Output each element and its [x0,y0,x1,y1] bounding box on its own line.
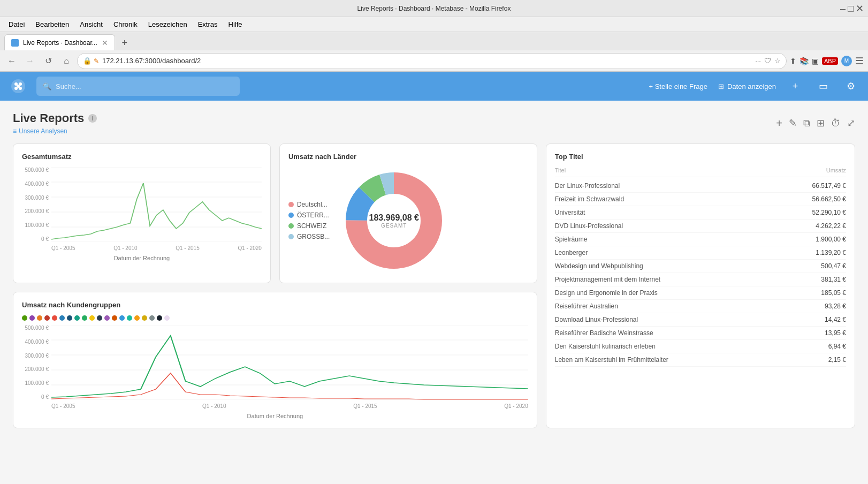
home-button[interactable]: ⌂ [59,54,74,69]
table-row: Freizeit im Schwarzwald 56.662,50 € [555,193,846,206]
dot-3 [37,315,42,321]
tab-title: Live Reports · Dashboar... [23,39,97,47]
menu-lesezeichen[interactable]: Lesezeichen [144,19,192,29]
ask-question-btn[interactable]: + Stelle eine Frage [649,82,707,90]
menu-chronik[interactable]: Chronik [109,19,142,29]
tab-close-icon[interactable]: ✕ [102,39,108,47]
edit-url-icon: ✎ [94,57,99,65]
window-controls[interactable]: – □ ✕ [840,0,864,17]
toolbar-library-icon[interactable]: 📚 [800,57,809,65]
menu-hilfe[interactable]: Hilfe [224,19,247,29]
browser-titlebar: Live Reports · Dashboard · Metabase - Mo… [0,0,868,17]
table-row: Download Linux-Professional 14,42 € [555,313,846,327]
table-row: Der Linux-Professional 66.517,49 € [555,179,846,193]
active-tab[interactable]: Live Reports · Dashboar... ✕ [4,34,115,50]
tab-favicon [11,39,19,47]
dot-10 [89,315,95,321]
info-icon[interactable]: i [88,114,97,123]
browser-menubar: Datei Bearbeiten Ansicht Chronik Lesezei… [0,17,868,32]
donut-chart: 183.969,08 € GESAMT [340,167,447,274]
metabase-header: 🔍 Suche... + Stelle eine Frage ⊞ Daten a… [0,72,868,101]
dot-14 [119,315,125,321]
schedule-btn[interactable]: ⏱ [831,118,841,129]
add-btn[interactable]: + [787,78,804,95]
gesamtumsatz-title: Gesamtumsatz [22,153,262,161]
dot-20 [164,315,170,321]
legend-item-2: SCHWEIZ [288,222,330,230]
grid-icon: ⊞ [718,82,724,90]
breadcrumb-text[interactable]: Unsere Analysen [19,127,67,135]
dot-1 [22,315,27,321]
table-row: Spielräume 1.900,00 € [555,233,846,246]
table-header: Titel Umsatz [555,167,846,177]
browser-toolbar: ← → ↺ ⌂ 🔒 ✎ 172.21.13.67:3000/dashboard/… [0,50,868,72]
legend-item-1: ÖSTERR... [288,211,330,219]
star-icon[interactable]: ☆ [774,57,781,65]
add-card-btn[interactable]: + [776,117,782,130]
more-icon[interactable]: ··· [755,57,761,65]
settings-btn[interactable]: ⚙ [842,78,859,95]
cards-grid: Gesamtumsatz 500.000 € 400.000 € 300.000… [13,143,855,428]
table-row: Reiseführer Australien 93,28 € [555,300,846,313]
kg-x-axis-labels: Q1 - 2005 Q1 - 2010 Q1 - 2015 Q1 - 2020 [51,401,528,411]
legend-dot-grossb [288,234,294,239]
table-row: Universität 52.290,10 € [555,206,846,220]
table-row: Den Kaiserstuhl kulinarisch erleben 6,94… [555,340,846,353]
fullscreen-btn[interactable]: ⤢ [847,117,855,129]
reload-button[interactable]: ↺ [41,54,56,69]
toolbar-menu-icon[interactable]: ☰ [855,55,864,67]
header-search[interactable]: 🔍 Suche... [36,77,240,96]
dot-9 [82,315,87,321]
new-tab-button[interactable]: + [117,35,132,50]
dashboard-header: Live Reports i ≡ Unsere Analysen + ✎ ⧉ ⊞… [13,111,855,135]
toolbar-adblock-icon[interactable]: ABP [822,57,838,65]
dashboard-title-text: Live Reports [13,111,84,125]
search-placeholder: Suche... [56,82,81,90]
dashboard-actions: + ✎ ⧉ ⊞ ⏱ ⤢ [776,117,855,130]
dot-2 [29,315,35,321]
dot-17 [142,315,147,321]
address-bar[interactable]: 🔒 ✎ 172.21.13.67:3000/dashboard/2 ··· 🛡 … [77,53,787,69]
copy-btn[interactable]: ⧉ [803,118,810,129]
gesamtumsatz-chart: 500.000 € 400.000 € 300.000 € 200.000 € … [22,167,262,253]
kg-y-axis-labels: 500.000 € 400.000 € 300.000 € 200.000 € … [22,325,49,400]
toolbar-sidebar-icon[interactable]: ▣ [812,57,819,65]
umsatz-laender-title: Umsatz nach Länder [288,153,528,161]
col-title: Titel [555,167,566,173]
forward-button[interactable]: → [22,54,37,69]
dot-7 [67,315,72,321]
share-btn[interactable]: ⊞ [817,117,825,129]
umsatz-laender-card: Umsatz nach Länder Deutschl... ÖSTERR...… [279,143,537,283]
gesamtumsatz-card: Gesamtumsatz 500.000 € 400.000 € 300.000… [13,143,271,283]
donut-center: 183.969,08 € GESAMT [369,213,419,229]
menu-ansicht[interactable]: Ansicht [75,19,107,29]
show-data-btn[interactable]: ⊞ Daten anzeigen [718,82,776,90]
legend-item-3: GROSSB... [288,233,330,240]
legend-dot-deutschland [288,202,294,207]
table-row: Projektmanagement mit dem Internet 381,3… [555,273,846,286]
menu-datei[interactable]: Datei [4,19,29,29]
legend-item-0: Deutschl... [288,201,330,208]
main-content: Live Reports i ≡ Unsere Analysen + ✎ ⧉ ⊞… [0,101,868,484]
kundengruppen-legend-dots [22,315,528,321]
dot-13 [112,315,117,321]
table-row: Leonberger 1.139,20 € [555,246,846,260]
menu-bearbeiten[interactable]: Bearbeiten [31,19,73,29]
dot-12 [104,315,110,321]
svg-point-5 [17,85,20,88]
line-chart-area [51,167,262,242]
top-titel-title: Top Titel [555,153,846,161]
edit-btn[interactable]: ✎ [789,117,797,129]
breadcrumb-icon: ≡ [13,127,17,135]
back-button[interactable]: ← [4,54,19,69]
toolbar-share-icon[interactable]: ⬆ [790,57,796,65]
layout-btn[interactable]: ▭ [814,78,832,95]
menu-extras[interactable]: Extras [194,19,222,29]
bookmark-shield-icon[interactable]: 🛡 [764,57,771,65]
pie-chart-section: Deutschl... ÖSTERR... SCHWEIZ GROSSB... [288,167,528,274]
browser-title: Live Reports · Dashboard · Metabase - Mo… [357,5,511,12]
toolbar-ext-icon[interactable]: M [841,56,852,66]
dot-4 [44,315,50,321]
dot-19 [157,315,162,321]
metabase-logo[interactable] [9,77,28,96]
